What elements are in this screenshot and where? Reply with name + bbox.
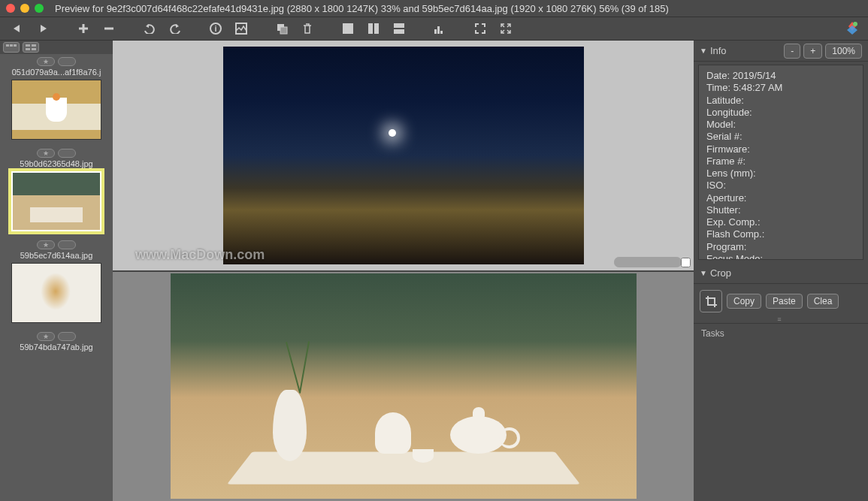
- tag-pill[interactable]: [58, 332, 76, 341]
- crop-copy-button[interactable]: Copy: [727, 294, 761, 309]
- thumb-item[interactable]: ★ 051d079a9a...af1f8a76.j: [0, 54, 113, 146]
- svg-rect-19: [26, 48, 30, 50]
- redo-button[interactable]: [165, 20, 185, 38]
- zoom-in-button[interactable]: +: [803, 44, 822, 59]
- info-row: ISO:: [706, 180, 863, 192]
- back-button[interactable]: [8, 20, 27, 38]
- add-button[interactable]: [74, 20, 93, 38]
- thumb-item[interactable]: ★ 59b5ec7d614aa.jpg: [0, 237, 113, 329]
- viewer-pane-bottom[interactable]: [113, 272, 694, 502]
- image-button[interactable]: [231, 20, 251, 38]
- info-button[interactable]: i: [206, 20, 225, 38]
- view-dual-v[interactable]: [364, 20, 383, 38]
- info-row: Serial #:: [706, 131, 863, 143]
- svg-rect-11: [437, 26, 440, 34]
- info-row: Focus Mode:: [706, 253, 863, 260]
- resize-grip[interactable]: ≡: [777, 315, 866, 323]
- pane-lock-checkbox[interactable]: [681, 258, 691, 267]
- view-single[interactable]: [338, 20, 358, 38]
- toolbar: i: [0, 17, 868, 41]
- svg-rect-5: [343, 23, 353, 34]
- svg-rect-6: [368, 23, 373, 34]
- preview-image-top: [223, 47, 584, 264]
- maximize-window[interactable]: [35, 4, 44, 13]
- window-title: Preview for 9e2f3c007d64f468c22efafe41d9…: [55, 3, 669, 14]
- info-row: Aperture:: [706, 192, 863, 204]
- thumb-item[interactable]: ★ 59b74bda747ab.jpg: [0, 329, 113, 355]
- info-header[interactable]: ▼ Info - + 100%: [694, 41, 868, 62]
- pane-scrollbar[interactable]: [614, 257, 682, 267]
- zoom-100-button[interactable]: 100%: [825, 44, 862, 59]
- info-row: Latitude:: [706, 95, 863, 107]
- thumb-filename: 051d079a9a...af1f8a76.j: [0, 68, 113, 77]
- histogram-button[interactable]: [430, 20, 449, 38]
- view-dual-h[interactable]: [389, 20, 409, 38]
- svg-rect-12: [440, 31, 443, 34]
- remove-button[interactable]: [99, 20, 119, 38]
- trash-button[interactable]: [298, 20, 317, 38]
- thumb-filename: 59b74bda747ab.jpg: [0, 343, 113, 352]
- title-bar: Preview for 9e2f3c007d64f468c22efafe41d9…: [0, 0, 868, 17]
- disclosure-icon: ▼: [700, 47, 707, 55]
- crop-header-label: Crop: [710, 267, 731, 279]
- info-row: Flash Comp.:: [706, 228, 863, 240]
- app-brand-icon: [844, 20, 860, 38]
- crop-header[interactable]: ▼ Crop: [694, 263, 868, 284]
- info-row: Lens (mm):: [706, 168, 863, 180]
- info-row: Shutter:: [706, 204, 863, 216]
- thumb-filename: 59b0d62365d48.jpg: [0, 159, 113, 168]
- crop-paste-button[interactable]: Paste: [766, 294, 803, 309]
- thumb-image[interactable]: [11, 80, 101, 140]
- sidebar-view-grid[interactable]: [23, 42, 39, 53]
- svg-rect-4: [280, 27, 287, 34]
- thumbnail-sidebar: ★ 051d079a9a...af1f8a76.j ★ 59b0d62365d4…: [0, 41, 113, 501]
- watermark-text: www.MacDown.com: [135, 247, 265, 263]
- svg-rect-14: [6, 44, 9, 47]
- thumb-item[interactable]: ★ 59b0d62365d48.jpg: [0, 146, 113, 237]
- svg-text:i: i: [214, 24, 216, 33]
- sidebar-view-compact[interactable]: [3, 42, 20, 53]
- copy-button[interactable]: [272, 20, 292, 38]
- minimize-window[interactable]: [20, 4, 29, 13]
- undo-button[interactable]: [140, 20, 159, 38]
- svg-rect-20: [32, 48, 36, 50]
- thumb-image-selected[interactable]: [11, 171, 101, 231]
- zoom-out-button[interactable]: -: [784, 44, 800, 59]
- svg-rect-17: [26, 44, 30, 47]
- preview-image-bottom: [171, 273, 637, 499]
- crop-tool-button[interactable]: [700, 290, 722, 312]
- image-viewer: www.MacDown.com: [113, 41, 694, 501]
- crop-body: Copy Paste Clea ≡: [694, 284, 868, 323]
- svg-rect-7: [374, 23, 379, 34]
- tag-pill[interactable]: [58, 240, 76, 249]
- info-row: Model:: [706, 119, 863, 131]
- tag-pill[interactable]: [58, 149, 76, 158]
- forward-button[interactable]: [33, 20, 53, 38]
- close-window[interactable]: [6, 4, 15, 13]
- fit-button[interactable]: [470, 20, 490, 38]
- info-row: Longitude:: [706, 107, 863, 119]
- info-body: Date: 2019/5/14 Time: 5:48:27 AM Latitud…: [698, 65, 863, 260]
- crop-clear-button[interactable]: Clea: [807, 294, 839, 309]
- info-panel: ▼ Info - + 100% Date: 2019/5/14 Time: 5:…: [694, 41, 868, 501]
- svg-rect-8: [394, 23, 404, 28]
- svg-rect-18: [32, 44, 36, 47]
- star-pill[interactable]: ★: [37, 332, 55, 341]
- info-row: Frame #:: [706, 155, 863, 168]
- thumb-image[interactable]: [11, 263, 101, 323]
- info-row: Time: 5:48:27 AM: [706, 82, 863, 94]
- fullscreen-button[interactable]: [496, 20, 516, 38]
- viewer-pane-top[interactable]: [113, 41, 694, 272]
- info-row: Firmware:: [706, 143, 863, 155]
- thumb-filename: 59b5ec7d614aa.jpg: [0, 251, 113, 260]
- star-pill[interactable]: ★: [37, 57, 55, 66]
- info-row: Exp. Comp.:: [706, 216, 863, 228]
- star-pill[interactable]: ★: [37, 240, 55, 249]
- tag-pill[interactable]: [58, 57, 76, 66]
- info-row: Date: 2019/5/14: [706, 70, 863, 82]
- star-pill[interactable]: ★: [37, 149, 55, 158]
- info-row: Program:: [706, 241, 863, 253]
- svg-point-13: [853, 22, 857, 26]
- tasks-body: [694, 343, 868, 501]
- disclosure-icon: ▼: [700, 269, 707, 277]
